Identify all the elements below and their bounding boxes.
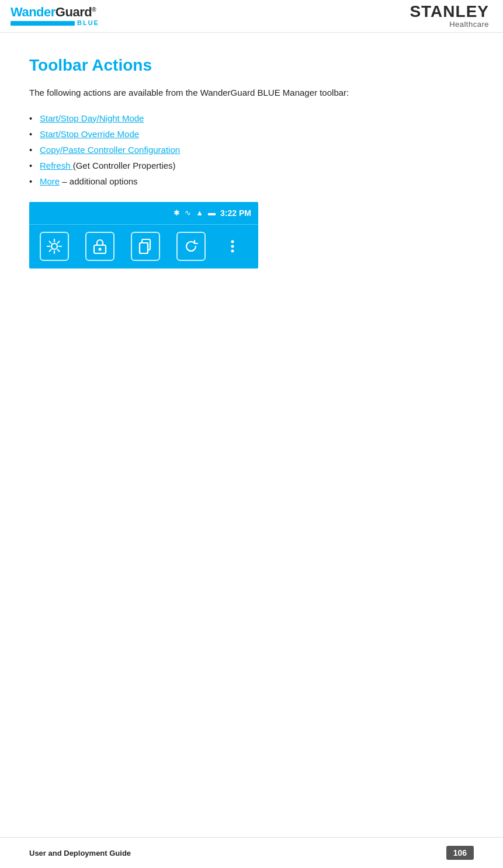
svg-line-5 [50, 242, 51, 243]
list-item: More – additional options [29, 173, 474, 189]
list-item: Refresh (Get Controller Properties) [29, 158, 474, 173]
bullet-list: Start/Stop Day/Night Mode Start/Stop Ove… [29, 110, 474, 189]
link-copy-paste[interactable]: Copy/Paste Controller Configuration [40, 145, 180, 155]
list-item: Start/Stop Day/Night Mode [29, 110, 474, 126]
page-header: WanderGuard® BLUE STANLEY Healthcare [0, 0, 503, 33]
stanley-healthcare-label: Healthcare [410, 20, 489, 29]
stanley-healthcare-logo: STANLEY Healthcare [410, 4, 489, 29]
bluetooth-icon: ✱ [174, 208, 180, 217]
day-night-mode-icon [40, 232, 69, 261]
svg-point-10 [99, 248, 102, 251]
toolbar-icons-bar [29, 224, 258, 269]
battery-icon: ▬ [208, 208, 216, 217]
toolbar-screenshot: ✱ ∿ ▲ ▬ 3:22 PM [29, 202, 258, 269]
refresh-suffix: (Get Controller Properties) [73, 161, 176, 170]
link-more[interactable]: More [40, 176, 60, 186]
main-content: Toolbar Actions The following actions ar… [0, 33, 503, 304]
svg-point-16 [231, 250, 234, 253]
list-item: Copy/Paste Controller Configuration [29, 142, 474, 158]
signal-icon: ▲ [196, 208, 203, 217]
brand-name: WanderGuard® [11, 6, 99, 19]
svg-point-0 [51, 243, 57, 249]
wifi-icon: ∿ [185, 208, 191, 217]
svg-rect-12 [140, 243, 148, 253]
svg-line-8 [50, 250, 51, 252]
stanley-brand-name: STANLEY [410, 4, 489, 20]
footer-page-number: 106 [446, 846, 474, 860]
svg-point-14 [231, 240, 234, 243]
brand-blue-bar: BLUE [11, 20, 99, 26]
page-title: Toolbar Actions [29, 56, 474, 75]
link-refresh[interactable]: Refresh [40, 161, 73, 170]
status-time: 3:22 PM [220, 208, 251, 218]
svg-point-15 [231, 245, 234, 248]
brand-blue-label: BLUE [77, 20, 99, 26]
wanderguard-logo: WanderGuard® BLUE [11, 6, 99, 26]
blue-accent-bar [11, 21, 75, 26]
more-suffix: – additional options [60, 176, 137, 186]
refresh-icon [176, 232, 206, 261]
footer-label: User and Deployment Guide [29, 849, 131, 857]
list-item: Start/Stop Override Mode [29, 126, 474, 142]
link-override-mode[interactable]: Start/Stop Override Mode [40, 129, 139, 139]
svg-line-7 [58, 242, 60, 243]
override-mode-icon [85, 232, 115, 261]
link-day-night-mode[interactable]: Start/Stop Day/Night Mode [40, 113, 144, 123]
more-icon [222, 232, 243, 261]
status-bar: ✱ ∿ ▲ ▬ 3:22 PM [29, 202, 258, 224]
page-footer: User and Deployment Guide 106 [0, 837, 503, 868]
intro-paragraph: The following actions are available from… [29, 86, 474, 100]
svg-line-6 [58, 250, 60, 252]
copy-paste-icon [131, 232, 160, 261]
